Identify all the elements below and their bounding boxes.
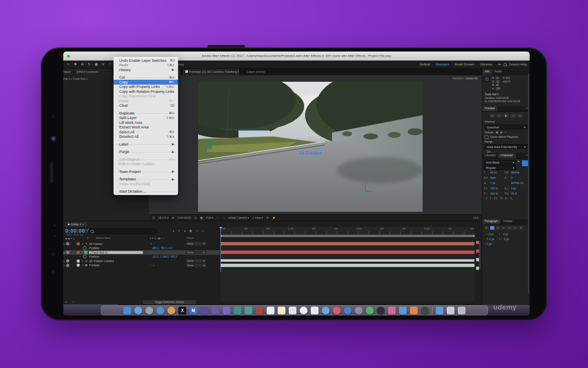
tab-effect-controls[interactable]: Effect Controls (74, 69, 113, 75)
label-color-chip[interactable] (77, 251, 80, 254)
parent-dropdown[interactable]: None▾ (186, 251, 206, 254)
menu-item[interactable]: Label ▶ (114, 142, 178, 147)
dock-folder-1[interactable] (436, 307, 443, 314)
timeline-header-icon[interactable]: ♦ (173, 229, 174, 233)
menu-item[interactable]: Copy Expression Only (114, 94, 178, 99)
align-button[interactable]: ≡ (496, 226, 500, 230)
timeline-header-icon[interactable]: ⌂ (202, 229, 203, 233)
menu-item[interactable]: Purge ▶ (114, 150, 178, 155)
layer-bar-null[interactable] (220, 251, 474, 254)
dock-contacts[interactable] (167, 307, 175, 314)
align-button[interactable]: ≡ (501, 226, 506, 230)
layer-name[interactable]: Footage (89, 264, 100, 267)
shortcut-dropdown[interactable]: Spacebar▾ (485, 125, 528, 129)
label-color-chip[interactable] (77, 264, 80, 267)
tab-audio[interactable]: Audio (492, 70, 504, 74)
faux-style-button[interactable]: T (490, 197, 491, 200)
dock-weather[interactable] (322, 307, 330, 314)
layer-row-2-selected[interactable]: ▸ 2 [Track Null 1] ⁄ None▾ (63, 250, 220, 255)
time-ruler[interactable]: :00f10f20f1:00f10f20f2:00f10f20f3:00f10f… (220, 227, 474, 235)
dock-notes[interactable] (278, 307, 285, 314)
toggle-switches-modes-button[interactable]: Toggle Switches / Modes (143, 300, 196, 304)
label-color-chip[interactable] (77, 242, 80, 245)
align-button[interactable]: ≡ (484, 226, 489, 230)
parent-dropdown[interactable]: None▾ (186, 264, 206, 267)
layer-bar-camera[interactable] (220, 259, 474, 262)
renderer-value[interactable]: Classic 3D (465, 77, 478, 80)
timeline-header-icon[interactable]: ● (184, 229, 185, 233)
indent-field[interactable]: →| 0 px (484, 231, 499, 236)
tab-layer[interactable]: Layer (none) (244, 69, 267, 75)
include-overlays-ic[interactable]: ✧ (504, 131, 507, 134)
dock-textedit[interactable] (289, 307, 296, 314)
workspace-default[interactable]: Default (417, 62, 433, 67)
dock-adobe-3[interactable] (223, 307, 230, 314)
dock-app-m[interactable]: M (189, 307, 197, 314)
pixel-aspect-icon[interactable]: ✛ (266, 216, 269, 220)
grid-guides-icon[interactable]: ⊞ (172, 216, 174, 220)
exposure-value[interactable]: +0.0 (473, 216, 479, 219)
tab-character[interactable]: Character (498, 153, 516, 158)
text-layer-overlay[interactable]: 3d Tracker (299, 151, 322, 155)
menu-item[interactable] (114, 108, 178, 111)
composition-frame[interactable]: 3d Tracker (198, 82, 423, 212)
tab-paragraph[interactable]: Paragraph (482, 219, 501, 224)
transport-button[interactable]: ‹ (497, 114, 502, 118)
eye-icon[interactable] (66, 242, 69, 245)
stopwatch-icon[interactable] (83, 246, 87, 250)
character-row[interactable]: T⇕100 % A⊥0 px (482, 186, 530, 191)
snapshot-icon[interactable]: ◎ (194, 216, 197, 220)
dock-vlc[interactable] (410, 307, 418, 314)
right-panel-scrollbar[interactable] (528, 73, 529, 294)
include-video-icon[interactable]: ▣ (496, 131, 499, 134)
range-dropdown[interactable]: Work Area Extended By Cu…▾ (485, 144, 528, 149)
transparency-grid-icon[interactable]: ⬚ (222, 216, 225, 220)
indent-field[interactable]: ↨ 0 px (484, 241, 499, 246)
viewer-timecode[interactable]: 0:00:00:00 (178, 216, 191, 219)
dock-photos[interactable] (300, 307, 307, 314)
tool-camera[interactable]: ▣ (94, 62, 99, 67)
dock-pages[interactable] (267, 307, 274, 314)
tool-shape[interactable]: □ (107, 62, 113, 67)
fast-previews-icon[interactable]: ⚡ (272, 216, 276, 220)
eye-icon[interactable] (66, 259, 69, 263)
timeline-header-icon[interactable]: ✧ (196, 229, 198, 233)
eyedropper-icon[interactable]: ✒ (517, 160, 520, 170)
search-help-field[interactable]: Search Help (509, 63, 527, 66)
layer-name[interactable]: [Track Null 1] (89, 251, 143, 254)
align-button[interactable]: ≡ (490, 226, 494, 230)
menu-item[interactable]: Deselect All ⇧⌘A (114, 135, 178, 139)
workspace-overflow-icon[interactable]: ≫ (498, 63, 501, 66)
indent-field[interactable]: →¶ 0 px (484, 236, 499, 241)
dock-app-red[interactable] (256, 307, 263, 314)
tab-info[interactable]: Info (482, 70, 492, 74)
menu-item[interactable]: Lift Work Area (114, 120, 178, 125)
camera-dropdown[interactable]: Active Camera ▾ (228, 216, 249, 220)
composition-viewer[interactable]: Renderer: Classic 3D 3d Tracker (149, 75, 482, 214)
dock-numbers[interactable] (311, 307, 318, 314)
dock-adobe-1[interactable] (200, 307, 208, 314)
workspace-standard[interactable]: Standard (433, 62, 452, 67)
menu-item[interactable]: Paste ⌘V (114, 99, 178, 103)
dock-imovie[interactable] (377, 307, 385, 314)
menu-item[interactable] (114, 174, 178, 177)
tool-selection[interactable]: ↖ (66, 62, 71, 67)
menu-item[interactable]: Start Dictation… (114, 189, 178, 194)
menu-item[interactable] (114, 166, 178, 169)
dock-icon[interactable] (432, 307, 432, 314)
dock-airdrop[interactable] (344, 307, 352, 314)
layer-name[interactable]: 3d Tracker (89, 242, 102, 245)
dock-app-x[interactable]: X (178, 307, 186, 314)
eye-icon[interactable] (66, 264, 69, 267)
timeline-search-input[interactable] (88, 229, 157, 234)
property-row-position-2[interactable]: Position -20.0, 2,168.5, 445.3 (63, 255, 220, 259)
position-value[interactable]: 855.3, 780.5, 0.0 (152, 247, 172, 249)
menu-item[interactable]: History ▶ (114, 67, 178, 72)
menu-item[interactable]: Copy with Property Links ⌥⌘C (114, 85, 178, 90)
indent-field[interactable]: |← 0 px (499, 231, 514, 236)
layer-row-1[interactable]: ▸ 1 T 3d Tracker ♦ ⁄ None▾ (63, 242, 220, 246)
transport-button[interactable]: ▶ (503, 114, 509, 118)
menu-item[interactable] (114, 186, 178, 189)
character-row[interactable]: T⇔100 % T%75 % (482, 191, 530, 196)
dock-preview[interactable] (399, 307, 407, 314)
